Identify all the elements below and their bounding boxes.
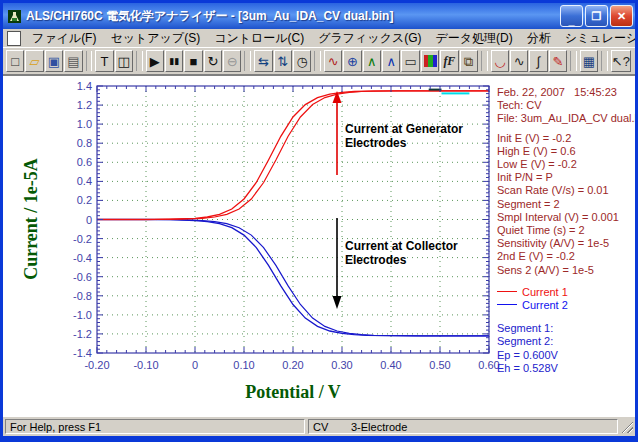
data-marker-button[interactable]: ✎	[549, 50, 567, 72]
parameter-line: Smpl Interval (V) = 0.001	[497, 211, 635, 224]
svg-text:0.8: 0.8	[77, 137, 92, 149]
collector-annotation-line2: Electrodes	[345, 253, 458, 267]
stop-icon: ■	[190, 55, 198, 68]
result-line: Ep = 0.600V	[497, 349, 635, 362]
result-line: Segment 2:	[497, 335, 635, 348]
pen-icon: ✎	[552, 55, 563, 68]
peak-marking-button[interactable]: ∧	[382, 50, 400, 72]
updown-arrows-icon: ⇅	[277, 55, 288, 68]
font-options-button[interactable]: fF	[440, 50, 458, 72]
copy-to-clipboard-button[interactable]: ⧉	[460, 50, 478, 72]
menu-item-graphics[interactable]: グラフィックス(G)	[311, 29, 428, 48]
curve-legend: Current 1Current 2	[497, 286, 635, 312]
reverse-button[interactable]: ⊖	[223, 50, 241, 72]
menu-item-data-processing[interactable]: データ処理(D)	[429, 29, 520, 48]
svg-text:0.10: 0.10	[233, 359, 254, 371]
data-listing-button[interactable]: ▦	[580, 50, 598, 72]
parameter-line: Low E (V) = -0.2	[497, 158, 635, 171]
text-tool-button[interactable]: T	[95, 50, 113, 72]
svg-text:0.20: 0.20	[282, 359, 303, 371]
print-button[interactable]: ▤	[64, 50, 82, 72]
new-file-button[interactable]: □	[6, 50, 24, 72]
maximize-button[interactable]: ❐	[585, 5, 608, 27]
floppy-disk-icon: ▣	[48, 55, 60, 68]
curve-plot-icon: ∿	[328, 55, 339, 68]
toolbar: □▱▣▤T◫▶▮▮■↻⊖⇆⇅◷∿⊕∧∧▭fF⧉◡∿∫✎▦↖?	[3, 48, 635, 75]
run-button[interactable]: ▶	[146, 50, 164, 72]
minimize-button[interactable]: _	[560, 5, 583, 27]
svg-text:-1.4: -1.4	[73, 347, 92, 359]
present-data-button[interactable]: ∿	[324, 50, 342, 72]
close-button[interactable]: ✕	[610, 5, 633, 27]
open-folder-icon: ▱	[30, 55, 40, 68]
menu-item-file[interactable]: ファイル(F)	[25, 29, 103, 48]
application-window: ALS/CHI760C 電気化学アナライザー - [3um_Au_IDA_CV …	[0, 0, 638, 442]
menu-item-analysis[interactable]: 分析	[520, 29, 558, 48]
rgb-bars-icon	[424, 55, 437, 67]
window-title: ALS/CHI760C 電気化学アナライザー - [3um_Au_IDA_CV …	[26, 8, 558, 25]
new-file-icon: □	[11, 55, 19, 68]
peak-definition-button[interactable]: ∧	[363, 50, 381, 72]
resize-grip[interactable]	[620, 420, 633, 433]
svg-text:-0.6: -0.6	[73, 271, 92, 283]
menu-item-setup[interactable]: セットアップ(S)	[103, 29, 207, 48]
zoom-button[interactable]: ⊕	[343, 50, 361, 72]
circle-slash-icon: ⊖	[227, 55, 238, 68]
context-help-button[interactable]: ↖?	[611, 50, 631, 72]
toolbar-separator	[244, 51, 251, 71]
experiment-info-panel: Feb. 22, 2007 15:45:23Tech: CVFile: 3um_…	[497, 86, 635, 375]
text-icon: T	[100, 55, 108, 68]
rotation-control-button[interactable]: ◷	[293, 50, 311, 72]
menu-bar: ファイル(F)セットアップ(S)コントロール(C)グラフィックス(G)データ処理…	[3, 29, 635, 48]
parameter-line: 2nd E (V) = -0.2	[497, 250, 635, 263]
svg-text:0: 0	[192, 359, 198, 371]
svg-text:-0.4: -0.4	[73, 252, 92, 264]
info-header-line: File: 3um_Au_IDA_CV dual.b	[497, 112, 635, 125]
menu-item-simulation[interactable]: シミュレーション	[558, 29, 638, 48]
help-arrow-icon: ↖?	[612, 55, 630, 68]
clipboard-icon: ⧉	[464, 55, 473, 68]
open-file-button[interactable]: ▱	[25, 50, 43, 72]
pause-button[interactable]: ▮▮	[165, 50, 183, 72]
clock-icon: ◷	[296, 55, 307, 68]
parameter-line: Init P/N = P	[497, 171, 635, 184]
printer-icon: ▤	[67, 55, 79, 68]
svg-text:0.6: 0.6	[77, 156, 92, 168]
svg-text:-0.20: -0.20	[84, 359, 109, 371]
status-technique: CV	[313, 420, 351, 433]
legend-entry: Current 1	[497, 286, 635, 299]
magnifier-icon: ⊕	[347, 55, 358, 68]
smoothing-button[interactable]: ◡	[491, 50, 509, 72]
step-sweep-button[interactable]: ⇅	[274, 50, 292, 72]
grid-table-icon: ▦	[583, 55, 595, 68]
toolbar-separator	[570, 51, 577, 71]
repeat-icon: ↻	[207, 55, 218, 68]
result-line: Segment 1:	[497, 322, 635, 335]
generator-annotation: Current at Generator Electrodes	[345, 122, 463, 150]
collector-annotation-line1: Current at Collector	[345, 239, 458, 253]
ir-compensation-button[interactable]: ⇆	[254, 50, 272, 72]
color-options-button[interactable]	[421, 50, 439, 72]
integration-button[interactable]: ∫	[529, 50, 547, 72]
layout-button[interactable]: ◫	[115, 50, 133, 72]
derivative-button[interactable]: ∿	[510, 50, 528, 72]
toolbar-separator	[481, 51, 488, 71]
repeat-run-button[interactable]: ↻	[204, 50, 222, 72]
parameter-line: Quiet Time (s) = 2	[497, 224, 635, 237]
stop-button[interactable]: ■	[184, 50, 202, 72]
parameter-line: Init E (V) = -0.2	[497, 132, 635, 145]
svg-text:0.30: 0.30	[331, 359, 352, 371]
wave-icon: ∿	[514, 55, 525, 68]
svg-text:0.4: 0.4	[77, 175, 92, 187]
svg-text:0.50: 0.50	[429, 359, 450, 371]
generator-annotation-line2: Electrodes	[345, 136, 463, 150]
svg-text:0: 0	[86, 214, 92, 226]
y-axis-title: Current / 1e-5A	[21, 158, 42, 280]
legend-label: Current 1	[522, 286, 568, 298]
menu-item-control[interactable]: コントロール(C)	[207, 29, 311, 48]
save-button[interactable]: ▣	[45, 50, 63, 72]
display-options-button[interactable]: ▭	[401, 50, 419, 72]
font-icon: fF	[443, 55, 455, 67]
result-lines: Segment 1:Segment 2:Ep = 0.600VEh = 0.52…	[497, 322, 635, 375]
integral-icon: ∫	[537, 55, 541, 68]
